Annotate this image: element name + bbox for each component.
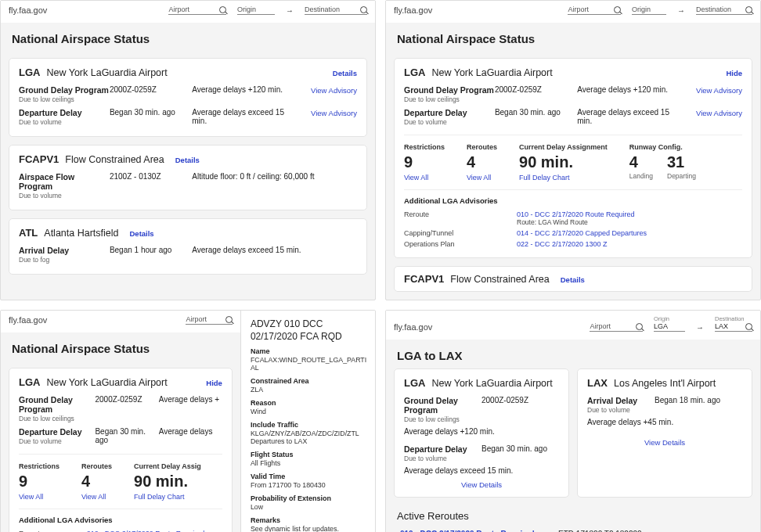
search-icon (225, 316, 233, 323)
destination-search[interactable]: Destination (696, 5, 752, 15)
search-icon (636, 323, 643, 330)
search-icon (745, 6, 752, 13)
details-link[interactable]: Details (130, 229, 154, 238)
metrics: Restrictions9View All Reroutes4View All … (404, 135, 742, 182)
airport-search[interactable]: Airport (168, 5, 226, 15)
origin-search[interactable]: Origin (237, 5, 275, 15)
airport-search[interactable]: Airport (568, 5, 621, 15)
panel-nas-with-drawer: fly.faa.gov Airport National Airspace St… (0, 310, 376, 532)
search-icon (745, 323, 752, 330)
view-advisory[interactable]: View Advisory (311, 109, 357, 117)
advisory-link[interactable]: 014 - DCC 2/17/2020 Capped Departures (517, 229, 742, 237)
card-atl: ATL Atlanta Hartsfield Details Arrival D… (9, 218, 367, 275)
arrow-icon: → (696, 323, 704, 332)
search-icon (219, 6, 226, 13)
od-title: LGA to LAX (386, 340, 760, 368)
details-link[interactable]: Details (175, 156, 200, 164)
panel-od-pair: fly.faa.gov Airport Origin LGA → Destina… (385, 310, 761, 532)
site-host: fly.faa.gov (9, 5, 47, 15)
card-fca: FCAPV1 Flow Constrained Area Details Air… (9, 145, 367, 210)
search-icon (614, 6, 621, 13)
advisory-link[interactable]: 010 - DCC 2/17/2020 Route Required (517, 210, 742, 218)
destination-search[interactable]: LAX (715, 322, 752, 332)
page-title: National Airspace Status (1, 23, 375, 53)
view-advisory[interactable]: View Advisory (311, 86, 357, 95)
reroute-row: 010 - DCC 2/17/2020 Route RequiredRoute:… (400, 527, 746, 532)
panel-nas-collapsed: fly.faa.gov Airport Origin → Destination… (0, 0, 376, 300)
search-icon (360, 6, 367, 13)
card-lga: LGA New York LaGuardia Airport Details G… (9, 58, 367, 137)
hide-link[interactable]: Hide (726, 69, 742, 77)
origin-search[interactable]: LGA (654, 322, 685, 332)
airport-search[interactable]: Airport (186, 315, 233, 325)
view-details[interactable]: View Details (461, 480, 502, 489)
advisory-drawer: ADVZY 010 DCC 02/17/2020 FCA RQD NameFCA… (240, 311, 375, 532)
destination-search[interactable]: Destination (305, 5, 367, 15)
additional-advisories: Additional LGA Advisories Reroute010 - D… (404, 189, 742, 250)
airport-search[interactable]: Airport (590, 322, 643, 332)
airport-code: LGA (19, 66, 40, 78)
card-lax-od: LAXLos Angeles Int'l Airport Arrival Del… (577, 368, 752, 498)
origin-search[interactable]: Origin (632, 5, 666, 15)
search-bar: Airport Origin → Destination (168, 5, 367, 15)
arrow-icon: → (677, 6, 685, 15)
reroutes-header: Active Reroutes (386, 505, 760, 527)
card-lga-od: LGANew York LaGuardia Airport Ground Del… (394, 368, 569, 498)
details-link[interactable]: Details (333, 69, 357, 77)
arrow-icon: → (286, 6, 294, 15)
airport-name: New York LaGuardia Airport (46, 67, 167, 78)
topbar: fly.faa.gov Airport Origin → Destination (1, 1, 375, 23)
card-fca: FCAPV1 Flow Constrained Area Details (394, 266, 752, 292)
card-lga-expanded: LGA New York LaGuardia Airport Hide Grou… (394, 58, 752, 258)
advisory-link[interactable]: 022 - DCC 2/17/2020 1300 Z (517, 240, 742, 248)
panel-nas-expanded: fly.faa.gov Airport Origin → Destination… (385, 0, 761, 300)
view-details[interactable]: View Details (644, 438, 685, 447)
